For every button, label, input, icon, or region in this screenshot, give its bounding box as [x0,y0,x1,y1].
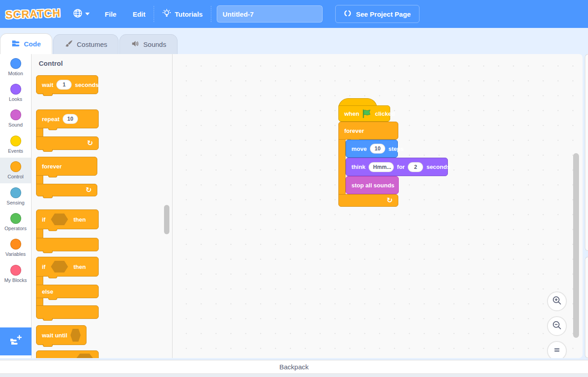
tab-code-label: Code [24,40,41,48]
script-block-move[interactable]: move 10 steps [346,140,398,158]
see-project-page-label: See Project Page [356,10,411,18]
code-canvas[interactable]: when clicked forever ↺ [173,54,583,358]
tab-code[interactable]: Code [0,33,52,54]
category-variables[interactable]: Variables [0,235,31,261]
palette-block-clipped[interactable] [36,350,99,358]
repeat-bottom[interactable]: ↺ [36,136,99,150]
forever-label: forever [344,127,364,134]
inner-notch [48,175,57,177]
category-variables-label: Variables [5,251,26,257]
language-selector[interactable] [73,8,90,20]
myblocks-color-dot [10,265,21,276]
backpack-toggle[interactable]: Backpack [0,360,588,374]
scratch-logo[interactable]: SCRATCH [5,7,61,21]
category-looks-label: Looks [9,96,22,102]
if-top[interactable]: if then [36,209,99,229]
tab-costumes[interactable]: Costumes [53,34,119,54]
canvas-scrollbar[interactable] [573,153,579,338]
seconds-label: seconds [426,164,450,170]
inner-notch [48,276,57,278]
category-events[interactable]: Events [0,132,31,157]
tab-strip: Code Costumes Sounds [0,28,588,54]
category-control-label: Control [8,174,23,179]
repeat-spine [36,127,43,137]
tutorials-label: Tutorials [175,10,203,18]
wait-seconds-input[interactable]: 1 [56,80,72,90]
file-menu[interactable]: File [97,0,125,28]
forever-bottom[interactable]: ↺ [36,184,97,196]
repeat-label: repeat [42,116,59,123]
code-tab-icon [11,40,20,49]
else-label: else [42,288,53,295]
loop-arrow-icon: ↺ [387,197,392,204]
ifelse-else-bar[interactable]: else [36,285,99,298]
category-control[interactable]: Control [0,158,31,183]
workspace: Motion Looks Sound Events Control Sensin… [0,54,588,358]
script-block-stop-all-sounds[interactable]: stop all sounds [346,176,399,194]
repeat-count-input[interactable]: 10 [63,114,78,124]
category-sensing-label: Sensing [7,200,25,205]
operators-color-dot [10,213,21,224]
script-block-think[interactable]: think Hmm... for 2 seconds [346,158,448,176]
if-bottom[interactable] [36,238,99,251]
looks-color-dot [10,84,21,95]
see-project-page-button[interactable]: See Project Page [335,5,419,23]
boolean-slot[interactable] [51,213,68,225]
category-operators-label: Operators [5,226,27,231]
hat-body[interactable]: when clicked [338,105,390,122]
think-seconds-input[interactable]: 2 [408,162,423,172]
think-message-input[interactable]: Hmm... [369,162,394,172]
boolean-slot [76,354,93,358]
category-myblocks[interactable]: My Blocks [0,261,31,286]
category-sound[interactable]: Sound [0,106,31,132]
bottom-strip [0,374,588,377]
forever-label: forever [42,163,62,170]
category-motion[interactable]: Motion [0,54,31,80]
forever-bottom[interactable]: ↺ [338,194,398,207]
zoom-out-icon [551,319,563,333]
boolean-slot[interactable] [51,261,68,273]
zoom-reset-button[interactable] [547,341,567,358]
wait-label: wait [42,82,53,88]
category-looks[interactable]: Looks [0,80,31,105]
forever-top[interactable]: forever [36,157,97,176]
forever-top[interactable]: forever [338,122,398,140]
menu-divider [211,6,211,22]
category-sound-label: Sound [9,122,23,127]
boolean-slot[interactable] [70,329,81,342]
zoom-in-button[interactable] [547,291,567,311]
sprite-panel-edge [585,257,588,358]
palette-block-wait[interactable]: wait 1 seconds [36,75,98,94]
category-myblocks-label: My Blocks [4,277,27,283]
steps-label: steps [388,145,404,152]
if-spine [36,228,43,239]
speaker-icon [131,39,140,50]
add-extension-button[interactable] [0,327,32,355]
loop-arrow-icon: ↺ [87,140,93,147]
forever-spine [36,175,43,185]
zoom-out-button[interactable] [547,316,567,336]
seconds-label: seconds [75,82,99,88]
tab-sounds[interactable]: Sounds [119,34,178,54]
tab-costumes-label: Costumes [77,41,108,48]
tutorials-menu[interactable]: Tutorials [154,0,211,28]
sensing-color-dot [10,187,21,198]
palette-block-wait-until[interactable]: wait until [36,325,87,345]
backpack-label: Backpack [279,363,309,371]
globe-icon [73,8,83,20]
inner-notch [48,298,57,300]
think-label: think [351,164,365,170]
ifelse-bottom[interactable] [36,305,99,319]
project-name-input[interactable] [217,5,323,23]
move-steps-input[interactable]: 10 [370,144,385,154]
ifelse-top[interactable]: if then [36,257,99,277]
category-sensing[interactable]: Sensing [0,183,31,209]
repeat-top[interactable]: repeat 10 [36,109,99,128]
backpack-bar: Backpack [0,358,588,377]
ifelse-spine-2 [36,297,43,306]
edit-menu[interactable]: Edit [124,0,153,28]
palette-scrollbar[interactable] [164,205,169,234]
category-motion-label: Motion [8,71,23,76]
category-operators[interactable]: Operators [0,209,31,235]
green-flag-icon [362,109,372,118]
